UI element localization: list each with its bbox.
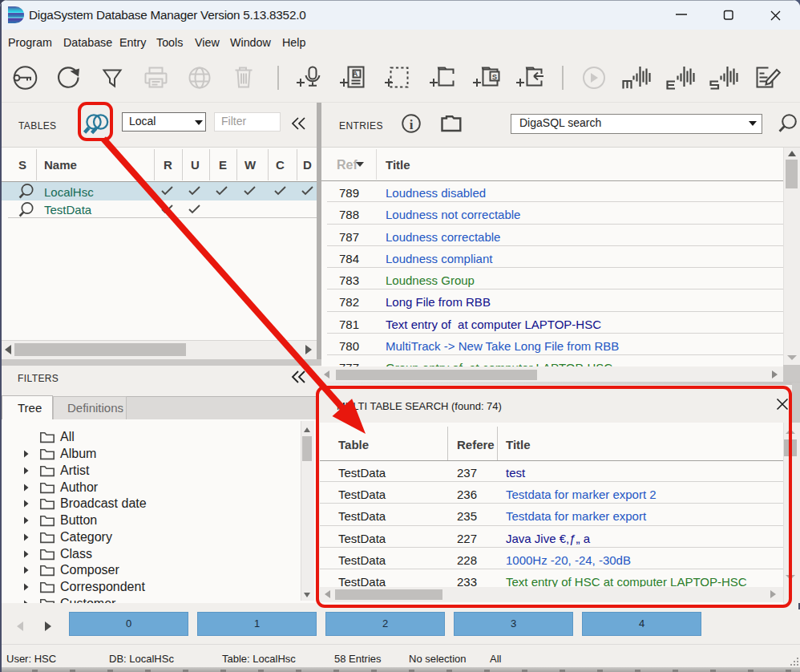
svg-text:A: A	[353, 70, 358, 78]
svg-text:S: S	[492, 72, 497, 81]
svg-text:i: i	[410, 117, 414, 132]
